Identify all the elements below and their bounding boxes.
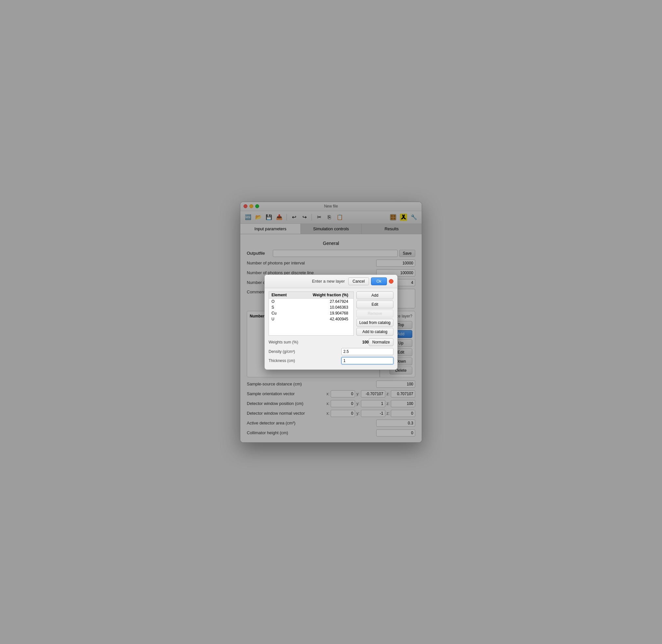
element-actions: Add Edit Remove Load from catalog Add to… <box>356 292 394 336</box>
modal-title: Enter a new layer <box>309 279 349 284</box>
add-to-catalog-button[interactable]: Add to catalog <box>356 328 394 336</box>
element-row-3[interactable]: U 42.400945 <box>269 316 353 322</box>
modal-top-buttons: Cancel Ok <box>348 277 394 285</box>
density-input[interactable] <box>341 348 394 355</box>
element-2: Cu <box>271 311 297 316</box>
modal-body: Element Weight fraction (%) O 27.647924 … <box>265 288 397 369</box>
modal-overlay: Enter a new layer Cancel Ok Element Weig… <box>0 0 662 644</box>
modal-close-dot[interactable] <box>389 279 394 284</box>
weights-row: Weights sum (%) 100 Normalize <box>268 338 394 346</box>
weights-label: Weights sum (%) <box>268 340 356 344</box>
modal-dialog: Enter a new layer Cancel Ok Element Weig… <box>264 275 398 370</box>
weights-value: 100 <box>356 340 369 344</box>
weight-2: 19.904768 <box>297 311 351 316</box>
element-table: Element Weight fraction (%) O 27.647924 … <box>268 292 354 336</box>
edit-element-button[interactable]: Edit <box>356 301 394 308</box>
element-table-header: Element Weight fraction (%) <box>269 292 353 299</box>
thickness-label: Thickness (cm) <box>268 359 341 363</box>
element-0: O <box>271 299 297 304</box>
density-label: Density (g/cm³) <box>268 349 341 354</box>
element-1: S <box>271 305 297 309</box>
modal-titlebar: Enter a new layer Cancel Ok <box>265 275 397 288</box>
thickness-input[interactable] <box>341 357 394 364</box>
element-row-1[interactable]: S 10.046363 <box>269 304 353 310</box>
ok-button[interactable]: Ok <box>371 277 387 285</box>
weight-1: 10.046363 <box>297 305 351 309</box>
element-table-area: Element Weight fraction (%) O 27.647924 … <box>268 292 394 336</box>
add-element-button[interactable]: Add <box>356 292 394 299</box>
element-row-2[interactable]: Cu 19.904768 <box>269 310 353 316</box>
density-row: Density (g/cm³) <box>268 348 394 355</box>
weight-0: 27.647924 <box>297 299 351 304</box>
element-3: U <box>271 317 297 321</box>
normalize-button[interactable]: Normalize <box>369 338 394 346</box>
cancel-button[interactable]: Cancel <box>348 277 369 285</box>
col-weight-header: Weight fraction (%) <box>297 293 351 297</box>
remove-element-button[interactable]: Remove <box>356 309 394 318</box>
thickness-row: Thickness (cm) <box>268 357 394 364</box>
load-catalog-button[interactable]: Load from catalog <box>356 319 394 326</box>
weight-3: 42.400945 <box>297 317 351 321</box>
col-element-header: Element <box>271 293 297 297</box>
element-row-0[interactable]: O 27.647924 <box>269 299 353 304</box>
